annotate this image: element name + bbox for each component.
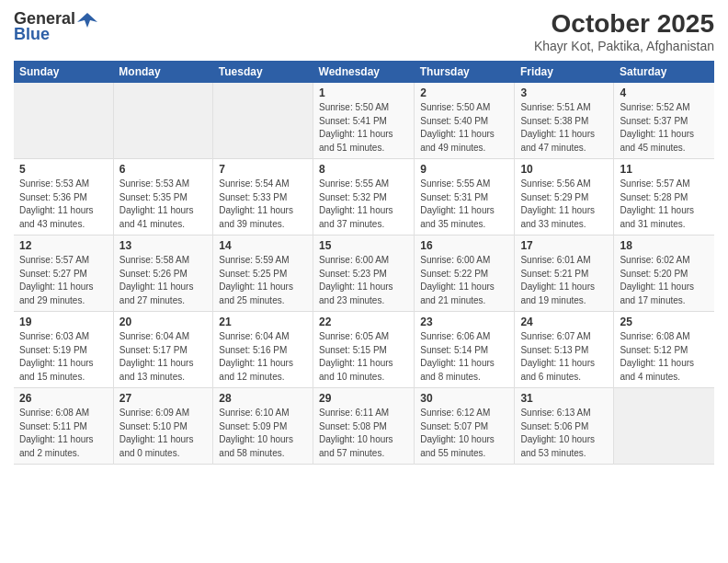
cell-info: Sunrise: 6:09 AMSunset: 5:10 PMDaylight:… xyxy=(119,407,208,460)
calendar-cell-4-2: 28Sunrise: 6:10 AMSunset: 5:09 PMDayligh… xyxy=(213,388,313,465)
cell-info: Sunrise: 5:57 AMSunset: 5:28 PMDaylight:… xyxy=(620,178,709,231)
cell-line-3: and 23 minutes. xyxy=(319,295,384,305)
cell-line-3: and 55 minutes. xyxy=(420,448,485,458)
cell-line-0: Sunrise: 5:55 AM xyxy=(420,178,490,189)
cell-line-2: Daylight: 11 hours xyxy=(520,358,595,368)
calendar-cell-4-3: 29Sunrise: 6:11 AMSunset: 5:08 PMDayligh… xyxy=(313,388,415,465)
cell-line-2: Daylight: 10 hours xyxy=(319,434,393,444)
calendar-cell-3-0: 19Sunrise: 6:03 AMSunset: 5:19 PMDayligh… xyxy=(14,312,113,388)
cell-line-2: Daylight: 11 hours xyxy=(520,282,595,292)
day-number: 6 xyxy=(119,163,208,176)
cell-line-0: Sunrise: 6:10 AM xyxy=(219,408,289,418)
cell-line-2: Daylight: 11 hours xyxy=(319,358,393,368)
cell-line-1: Sunset: 5:17 PM xyxy=(119,345,188,355)
cell-line-0: Sunrise: 6:08 AM xyxy=(620,331,689,341)
header-row: Sunday Monday Tuesday Wednesday Thursday… xyxy=(14,61,714,83)
calendar-body: 1Sunrise: 5:50 AMSunset: 5:41 PMDaylight… xyxy=(14,83,714,465)
day-number: 28 xyxy=(219,392,307,405)
cell-line-0: Sunrise: 6:00 AM xyxy=(420,255,490,265)
cell-line-1: Sunset: 5:27 PM xyxy=(19,269,87,279)
calendar-cell-2-3: 15Sunrise: 6:00 AMSunset: 5:23 PMDayligh… xyxy=(313,236,415,312)
header-wednesday: Wednesday xyxy=(313,61,415,83)
calendar-cell-3-5: 24Sunrise: 6:07 AMSunset: 5:13 PMDayligh… xyxy=(515,312,614,388)
day-number: 26 xyxy=(19,392,108,405)
cell-line-2: Daylight: 11 hours xyxy=(420,205,495,215)
calendar-cell-1-3: 8Sunrise: 5:55 AMSunset: 5:32 PMDaylight… xyxy=(313,159,415,236)
cell-info: Sunrise: 6:06 AMSunset: 5:14 PMDaylight:… xyxy=(420,330,508,384)
cell-line-2: Daylight: 11 hours xyxy=(119,358,194,368)
cell-line-1: Sunset: 5:22 PM xyxy=(420,269,488,279)
cell-line-3: and 31 minutes. xyxy=(620,219,685,229)
calendar-cell-0-4: 2Sunrise: 5:50 AMSunset: 5:40 PMDaylight… xyxy=(415,83,515,159)
location-subtitle: Khayr Kot, Paktika, Afghanistan xyxy=(534,39,714,53)
cell-line-2: Daylight: 11 hours xyxy=(520,129,595,139)
cell-info: Sunrise: 5:53 AMSunset: 5:36 PMDaylight:… xyxy=(19,178,108,231)
cell-line-3: and 39 minutes. xyxy=(219,219,284,229)
cell-line-2: Daylight: 11 hours xyxy=(420,282,495,292)
calendar-row-4: 26Sunrise: 6:08 AMSunset: 5:11 PMDayligh… xyxy=(14,388,714,465)
cell-line-1: Sunset: 5:06 PM xyxy=(520,421,588,431)
cell-line-1: Sunset: 5:36 PM xyxy=(19,192,87,202)
calendar-cell-2-5: 17Sunrise: 6:01 AMSunset: 5:21 PMDayligh… xyxy=(515,236,614,312)
cell-line-3: and 4 minutes. xyxy=(620,372,680,382)
cell-line-0: Sunrise: 5:56 AM xyxy=(520,178,590,189)
cell-info: Sunrise: 5:53 AMSunset: 5:35 PMDaylight:… xyxy=(119,178,208,231)
day-number: 9 xyxy=(420,163,508,176)
cell-line-0: Sunrise: 5:57 AM xyxy=(620,178,689,189)
cell-line-0: Sunrise: 5:50 AM xyxy=(420,102,490,112)
month-title: October 2025 xyxy=(534,9,714,39)
day-number: 21 xyxy=(219,316,307,328)
cell-line-2: Daylight: 11 hours xyxy=(620,129,694,139)
cell-line-0: Sunrise: 5:53 AM xyxy=(119,178,189,189)
day-number: 31 xyxy=(520,392,608,405)
day-number: 27 xyxy=(119,392,208,405)
calendar-cell-0-6: 4Sunrise: 5:52 AMSunset: 5:37 PMDaylight… xyxy=(614,83,714,159)
cell-line-1: Sunset: 5:31 PM xyxy=(420,192,488,202)
cell-line-1: Sunset: 5:29 PM xyxy=(520,192,588,202)
cell-line-1: Sunset: 5:16 PM xyxy=(219,345,287,355)
cell-line-1: Sunset: 5:08 PM xyxy=(319,421,387,431)
day-number: 24 xyxy=(520,316,608,328)
cell-info: Sunrise: 6:00 AMSunset: 5:22 PMDaylight:… xyxy=(420,254,508,307)
day-number: 29 xyxy=(319,392,408,405)
cell-info: Sunrise: 5:59 AMSunset: 5:25 PMDaylight:… xyxy=(219,254,307,307)
cell-info: Sunrise: 6:07 AMSunset: 5:13 PMDaylight:… xyxy=(520,330,608,384)
calendar-cell-0-0 xyxy=(14,83,113,159)
calendar-cell-1-1: 6Sunrise: 5:53 AMSunset: 5:35 PMDaylight… xyxy=(113,159,213,236)
cell-info: Sunrise: 5:50 AMSunset: 5:40 PMDaylight:… xyxy=(420,101,508,155)
header-saturday: Saturday xyxy=(614,61,714,83)
cell-line-3: and 19 minutes. xyxy=(520,295,586,305)
cell-info: Sunrise: 6:02 AMSunset: 5:20 PMDaylight:… xyxy=(620,254,709,307)
calendar-row-1: 5Sunrise: 5:53 AMSunset: 5:36 PMDaylight… xyxy=(14,159,714,236)
calendar-row-3: 19Sunrise: 6:03 AMSunset: 5:19 PMDayligh… xyxy=(14,312,714,388)
cell-info: Sunrise: 6:11 AMSunset: 5:08 PMDaylight:… xyxy=(319,407,408,460)
cell-info: Sunrise: 5:56 AMSunset: 5:29 PMDaylight:… xyxy=(520,178,608,231)
cell-line-0: Sunrise: 5:53 AM xyxy=(19,178,89,189)
cell-line-2: Daylight: 11 hours xyxy=(119,205,194,215)
header-friday: Friday xyxy=(515,61,614,83)
cell-info: Sunrise: 6:08 AMSunset: 5:11 PMDaylight:… xyxy=(19,407,108,460)
cell-info: Sunrise: 5:57 AMSunset: 5:27 PMDaylight:… xyxy=(19,254,108,307)
cell-line-0: Sunrise: 6:07 AM xyxy=(520,331,590,341)
cell-line-0: Sunrise: 5:52 AM xyxy=(620,102,689,112)
cell-line-1: Sunset: 5:21 PM xyxy=(520,269,588,279)
cell-info: Sunrise: 5:54 AMSunset: 5:33 PMDaylight:… xyxy=(219,178,307,231)
cell-line-2: Daylight: 11 hours xyxy=(319,129,393,139)
cell-line-1: Sunset: 5:09 PM xyxy=(219,421,287,431)
calendar-cell-0-5: 3Sunrise: 5:51 AMSunset: 5:38 PMDaylight… xyxy=(515,83,614,159)
svg-marker-0 xyxy=(77,13,97,28)
cell-info: Sunrise: 6:13 AMSunset: 5:06 PMDaylight:… xyxy=(520,407,608,460)
cell-line-1: Sunset: 5:33 PM xyxy=(219,192,287,202)
day-number: 25 xyxy=(620,316,709,328)
cell-line-0: Sunrise: 6:04 AM xyxy=(119,331,189,341)
cell-info: Sunrise: 6:01 AMSunset: 5:21 PMDaylight:… xyxy=(520,254,608,307)
cell-line-3: and 12 minutes. xyxy=(219,372,284,382)
cell-line-2: Daylight: 11 hours xyxy=(420,358,495,368)
cell-line-3: and 17 minutes. xyxy=(620,295,685,305)
cell-info: Sunrise: 6:10 AMSunset: 5:09 PMDaylight:… xyxy=(219,407,307,460)
header-monday: Monday xyxy=(113,61,213,83)
cell-line-2: Daylight: 11 hours xyxy=(620,205,694,215)
day-number: 11 xyxy=(620,163,709,176)
cell-line-1: Sunset: 5:19 PM xyxy=(19,345,87,355)
cell-line-0: Sunrise: 6:05 AM xyxy=(319,331,389,341)
